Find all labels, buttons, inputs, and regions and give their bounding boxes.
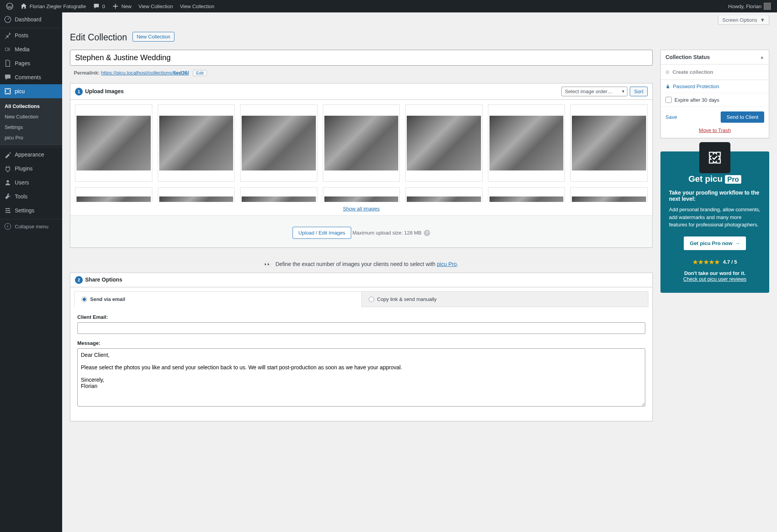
comments-link[interactable]: 0 [90,0,108,12]
help-icon[interactable]: ? [424,230,430,236]
password-protection-row[interactable]: Password Protection [661,80,769,93]
admin-menu: Dashboard Posts Media Pages Comments pic… [0,12,62,429]
screen-options-toggle[interactable]: Screen Options ▼ [718,16,769,25]
menu-comments[interactable]: Comments [0,70,62,84]
rating-row: ★★★★★4.7 / 5 [669,259,761,266]
plus-icon [112,3,119,10]
menu-dashboard-label: Dashboard [15,16,42,23]
collapse-menu[interactable]: Collapse menu [0,219,62,233]
promo-title: Get picu Pro [669,174,761,184]
thumbnail[interactable] [323,187,400,202]
thumbnail[interactable] [405,104,483,182]
menu-appearance[interactable]: Appearance [0,148,62,162]
status-create-step: Create collection [661,64,769,80]
menu-pages[interactable]: Pages [0,56,62,70]
new-collection-button[interactable]: New Collection [132,32,175,42]
thumbnail[interactable] [488,104,565,182]
svg-point-5 [6,210,7,211]
admin-bar: Florian Ziegler Fotografie 0 New View Co… [0,0,777,12]
submenu-all-collections[interactable]: All Collections [0,101,62,111]
picu-icon [4,87,12,95]
site-name-link[interactable]: Florian Ziegler Fotografie [17,0,89,12]
menu-settings[interactable]: Settings [0,203,62,217]
menu-posts[interactable]: Posts [0,28,62,42]
permalink-link[interactable]: https://picu.localhost/collections/6ed36… [101,70,189,76]
svg-point-3 [7,180,9,183]
menu-settings-label: Settings [15,207,35,214]
edit-slug-button[interactable]: Edit [193,70,207,76]
menu-appearance-label: Appearance [15,151,44,158]
menu-dashboard[interactable]: Dashboard [0,12,62,26]
site-name: Florian Ziegler Fotografie [30,3,86,9]
thumbnail[interactable] [75,187,152,202]
submenu-new-collection[interactable]: New Collection [0,111,62,122]
get-picu-pro-button[interactable]: Get picu Pro now→ [684,236,746,250]
pro-tag: Pro [725,175,741,184]
eyes-emoji: 👀 [264,261,271,267]
svg-point-4 [9,208,10,209]
show-all-images-link[interactable]: Show all images [343,206,380,212]
message-textarea[interactable] [77,348,645,407]
client-email-label: Client Email: [77,314,645,320]
upload-edit-button[interactable]: Upload / Edit Images [293,227,351,239]
thumbnail[interactable] [323,104,400,182]
howdy-link[interactable]: Howdy, Florian [725,0,774,12]
picu-pro-promo: Get picu Pro Take your proofing workflow… [660,151,769,293]
menu-posts-label: Posts [15,32,28,38]
upload-images-box: 1Upload Images Select image order… Sort [70,83,653,248]
tab-send-email[interactable]: Send via email [74,291,362,307]
home-icon [20,3,27,10]
send-to-client-button[interactable]: Send to Client [721,111,764,123]
thumbnail[interactable] [570,104,648,182]
menu-plugins[interactable]: Plugins [0,162,62,176]
move-to-trash-link[interactable]: Move to Trash [699,127,731,133]
image-order-select[interactable]: Select image order… [561,87,627,96]
max-upload-size: Maximum upload size: 128 MB [352,230,422,236]
client-email-input[interactable] [77,322,645,334]
step-badge-1: 1 [75,88,83,96]
menu-picu-label: picu [15,88,25,94]
toggle-icon[interactable]: ▲ [760,55,764,59]
settings-icon [4,207,12,214]
thumbnail[interactable] [75,104,152,182]
thumbnail[interactable] [405,187,483,202]
thumbnail[interactable] [240,104,317,182]
picu-submenu: All Collections New Collection Settings … [0,98,62,146]
thumbnail[interactable] [158,104,235,182]
thumbnail[interactable] [158,187,235,202]
comment-icon [93,3,100,10]
new-content-link[interactable]: New [109,0,134,12]
menu-users[interactable]: Users [0,176,62,190]
promo-lead: Take your proofing workflow to the next … [669,190,761,202]
menu-picu[interactable]: picu [0,84,62,98]
reviews-link[interactable]: Check out picu user reviews [683,276,747,282]
save-link[interactable]: Save [666,114,677,120]
picu-pro-link[interactable]: picu Pro [437,261,456,267]
submenu-picu-pro[interactable]: picu Pro [0,132,62,143]
expire-row[interactable]: Expire after 30 days [661,93,769,107]
menu-tools[interactable]: Tools [0,190,62,203]
pro-hint-text: Define the exact number of images your c… [275,261,437,267]
expire-checkbox[interactable] [666,97,672,103]
thumbnail[interactable] [240,187,317,202]
wp-logo[interactable] [3,0,16,12]
sort-button[interactable]: Sort [630,87,648,96]
menu-media[interactable]: Media [0,42,62,56]
collapse-icon [4,223,12,230]
collection-title-input[interactable] [70,50,653,66]
view-collection-2[interactable]: View Collection [177,0,218,12]
radio-icon [369,297,374,302]
step-badge-2: 2 [75,276,83,284]
user-avatar [764,3,771,10]
thumbnail[interactable] [570,187,648,202]
howdy-text: Howdy, Florian [728,3,761,9]
menu-users-label: Users [15,179,29,186]
page-icon [4,59,12,67]
pro-hint: 👀 Define the exact number of images your… [70,256,653,273]
comments-count: 0 [102,3,105,9]
view-collection-1[interactable]: View Collection [135,0,176,12]
tab-copy-link[interactable]: Copy link & send manually [362,291,649,307]
arrow-right-icon: → [735,240,740,246]
submenu-settings[interactable]: Settings [0,122,62,132]
thumbnail[interactable] [488,187,565,202]
